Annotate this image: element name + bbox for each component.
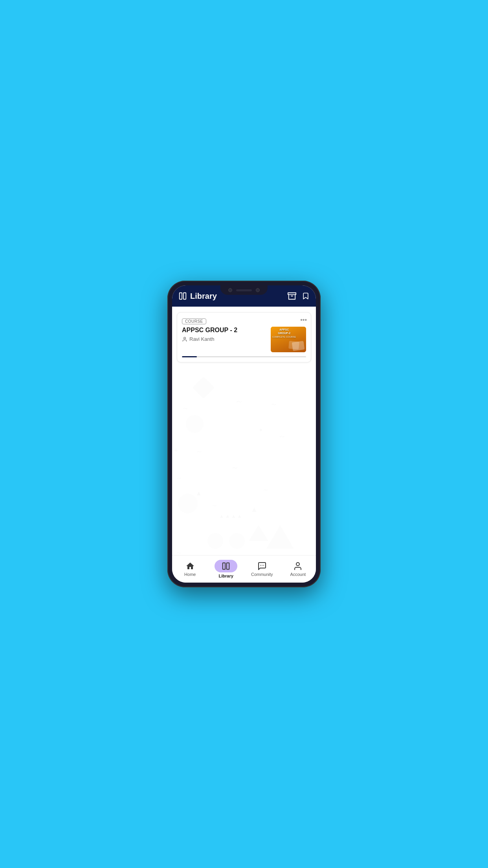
svg-point-4 <box>184 337 186 339</box>
library-nav-label: Library <box>219 574 233 578</box>
course-info: APPSC GROUP - 2 Ravi Kanth <box>182 327 271 342</box>
nav-item-community[interactable]: Community <box>244 555 280 583</box>
author-icon <box>182 337 187 342</box>
progress-bar <box>182 356 306 357</box>
nav-item-home[interactable]: Home <box>172 555 208 583</box>
home-nav-icon <box>185 561 195 571</box>
account-nav-icon <box>293 561 303 571</box>
phone-screen: Library COURSE ••• <box>172 285 316 583</box>
nav-item-library[interactable]: Library <box>208 555 244 583</box>
author-name: Ravi Kanth <box>189 336 215 342</box>
empty-area: ～ ～ ～ ✦ ～ ～ + ～ ～ ～ ▲ ▲ ～ ▲ ▲ ▲ ▲ <box>172 368 316 525</box>
bookmark-icon[interactable] <box>302 292 310 300</box>
notch <box>220 285 268 295</box>
svg-rect-0 <box>180 293 182 300</box>
more-options-button[interactable]: ••• <box>300 316 307 324</box>
course-thumbnail: APPSCGROUP-2COMPLETE COURSE <box>271 327 306 352</box>
phone-frame: Library COURSE ••• <box>167 281 321 587</box>
community-nav-label: Community <box>251 572 273 577</box>
top-bar-left: Library <box>178 292 217 301</box>
svg-rect-6 <box>227 563 229 570</box>
course-badge: COURSE <box>182 318 206 324</box>
svg-rect-2 <box>288 293 296 295</box>
notch-camera-2 <box>256 288 260 292</box>
content-area: COURSE ••• APPSC GROUP - 2 Ravi Kanth <box>172 307 316 555</box>
notch-camera <box>228 288 232 292</box>
archive-icon[interactable] <box>288 292 296 300</box>
svg-rect-5 <box>223 563 225 570</box>
community-nav-icon <box>257 561 267 571</box>
progress-fill <box>182 356 197 357</box>
home-nav-label: Home <box>184 572 196 577</box>
top-bar-icons <box>288 292 310 300</box>
course-card[interactable]: COURSE ••• APPSC GROUP - 2 Ravi Kanth <box>177 312 311 362</box>
progress-bar-container <box>182 356 306 357</box>
notch-speaker <box>236 289 252 291</box>
course-card-inner: APPSC GROUP - 2 Ravi Kanth <box>182 327 306 352</box>
course-author: Ravi Kanth <box>182 336 271 342</box>
library-nav-icon-wrapper <box>215 560 237 572</box>
svg-point-7 <box>296 563 299 566</box>
svg-rect-1 <box>183 293 186 300</box>
course-title: APPSC GROUP - 2 <box>182 327 271 334</box>
library-nav-icon <box>222 562 230 570</box>
page-title: Library <box>190 292 217 301</box>
nav-item-account[interactable]: Account <box>280 555 316 583</box>
account-nav-label: Account <box>290 572 306 577</box>
library-icon <box>178 292 187 300</box>
bottom-nav: Home Library <box>172 555 316 583</box>
